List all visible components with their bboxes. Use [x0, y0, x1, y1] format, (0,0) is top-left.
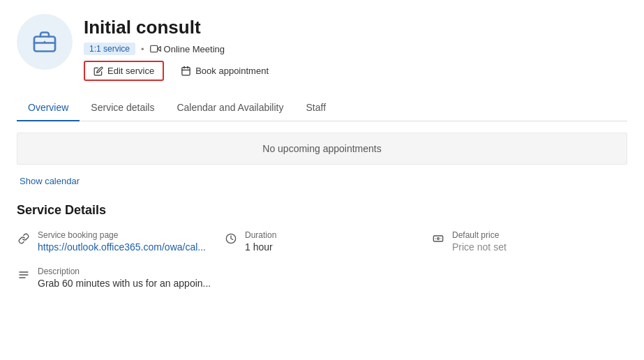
- no-appointments-text: No upcoming appointments: [262, 143, 381, 154]
- briefcase-icon: [32, 29, 57, 54]
- duration-content: Duration 1 hour: [245, 230, 276, 253]
- default-price-value: Price not set: [452, 241, 507, 253]
- duration-label: Duration: [245, 230, 276, 240]
- booking-page-url[interactable]: https://outlook.office365.com/owa/cal...: [38, 241, 206, 253]
- detail-default-price: Default price Price not set: [431, 230, 627, 253]
- link-icon: [17, 232, 31, 246]
- service-title: Initial consult: [84, 17, 277, 38]
- tab-service-details[interactable]: Service details: [80, 95, 165, 121]
- pencil-icon: [93, 66, 103, 76]
- description-icon: [17, 268, 31, 282]
- description-content: Description Grab 60 minutes with us for …: [38, 267, 211, 289]
- svg-rect-4: [182, 68, 190, 75]
- calendar-book-icon: [181, 66, 191, 76]
- detail-description: Description Grab 60 minutes with us for …: [17, 267, 213, 289]
- service-meta: 1:1 service • Online Meeting: [84, 43, 277, 55]
- svg-marker-2: [157, 47, 160, 52]
- service-type-badge: 1:1 service: [84, 43, 135, 55]
- details-grid: Service booking page https://outlook.off…: [17, 230, 627, 289]
- service-details-heading: Service Details: [17, 203, 627, 218]
- tabs-bar: Overview Service details Calendar and Av…: [17, 95, 627, 121]
- default-price-label: Default price: [452, 230, 507, 240]
- description-value: Grab 60 minutes with us for an appoin...: [38, 278, 211, 289]
- tab-overview[interactable]: Overview: [17, 95, 80, 121]
- svg-point-10: [437, 238, 440, 240]
- service-actions: Edit service Book appointment: [84, 61, 277, 81]
- video-icon: [150, 43, 161, 54]
- service-avatar: [17, 14, 73, 70]
- edit-service-label: Edit service: [107, 66, 154, 76]
- duration-value: 1 hour: [245, 241, 276, 253]
- description-label: Description: [38, 267, 211, 276]
- detail-duration: Duration 1 hour: [224, 230, 420, 253]
- tab-staff[interactable]: Staff: [294, 95, 337, 121]
- service-info: Initial consult 1:1 service • Online Mee…: [84, 14, 277, 81]
- svg-rect-3: [150, 46, 157, 52]
- clock-icon: [224, 232, 238, 246]
- price-icon: [431, 232, 445, 246]
- service-details-section: Service Details Service booking page htt…: [17, 203, 627, 289]
- book-appointment-button[interactable]: Book appointment: [172, 62, 277, 80]
- booking-page-label: Service booking page: [38, 230, 206, 240]
- meta-separator: •: [141, 44, 144, 54]
- svg-rect-0: [34, 37, 55, 52]
- show-calendar-link[interactable]: Show calendar: [20, 176, 80, 186]
- no-appointments-banner: No upcoming appointments: [17, 133, 627, 165]
- detail-booking-page: Service booking page https://outlook.off…: [17, 230, 213, 253]
- edit-service-button[interactable]: Edit service: [84, 61, 164, 81]
- price-content: Default price Price not set: [452, 230, 507, 253]
- book-appointment-label: Book appointment: [195, 66, 269, 76]
- main-content: No upcoming appointments Show calendar S…: [17, 133, 627, 289]
- page-wrapper: Initial consult 1:1 service • Online Mee…: [0, 0, 644, 303]
- booking-page-content: Service booking page https://outlook.off…: [38, 230, 206, 253]
- meeting-type: Online Meeting: [150, 43, 225, 54]
- tab-calendar-availability[interactable]: Calendar and Availability: [165, 95, 294, 121]
- service-header: Initial consult 1:1 service • Online Mee…: [17, 14, 627, 81]
